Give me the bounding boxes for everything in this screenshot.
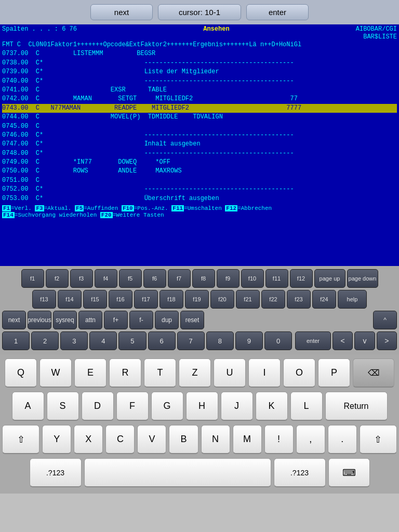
cursor-button[interactable]: cursor: 10-1 xyxy=(158,4,241,20)
qkey-B[interactable]: B xyxy=(169,425,198,454)
terminal-line-0750: 0750.00 C ROWS ANDLE MAXROWS xyxy=(2,167,397,176)
key-reset[interactable]: reset xyxy=(180,311,204,329)
key-f21[interactable]: f21 xyxy=(236,290,260,309)
key-sysreq[interactable]: sysreq xyxy=(53,311,77,329)
key-page-up[interactable]: page up xyxy=(314,269,345,288)
qkey-O[interactable]: O xyxy=(283,358,315,388)
header-right: AIBOBAR/CGI xyxy=(356,25,397,33)
qkey-K[interactable]: K xyxy=(256,392,288,421)
qkey-,[interactable]: , xyxy=(296,425,325,454)
key-f18[interactable]: f18 xyxy=(159,290,183,309)
header-right2: BAR$LISTE xyxy=(2,33,397,41)
qkey-A[interactable]: A xyxy=(12,392,44,421)
qkey-Z[interactable]: Z xyxy=(179,358,211,388)
key-f2[interactable]: f2 xyxy=(46,269,69,288)
numkey-1[interactable]: 1 xyxy=(2,331,30,350)
key-^[interactable]: ^ xyxy=(373,311,397,329)
qkey-L[interactable]: L xyxy=(290,392,323,421)
numkey-7[interactable]: 7 xyxy=(177,331,205,350)
qkey-G[interactable]: G xyxy=(151,392,183,421)
qkey-X[interactable]: X xyxy=(74,425,103,454)
numkey-enter[interactable]: enter xyxy=(295,331,331,350)
numkey->[interactable]: > xyxy=(377,331,397,350)
key-fplus[interactable]: f+ xyxy=(104,311,128,329)
key-f8[interactable]: f8 xyxy=(192,269,215,288)
key-f16[interactable]: f16 xyxy=(109,290,132,309)
numkey-8[interactable]: 8 xyxy=(206,331,234,350)
backspace-key[interactable]: ⌫ xyxy=(353,358,394,388)
qkey-I[interactable]: I xyxy=(248,358,281,388)
terminal-line-0737: 0737.00 C LISTEMMM BEGSR xyxy=(2,49,397,58)
next-button[interactable]: next xyxy=(90,4,153,20)
qkey-V[interactable]: V xyxy=(137,425,166,454)
qkey-![interactable]: ! xyxy=(264,425,294,454)
key-help[interactable]: help xyxy=(338,290,367,309)
qkey-C[interactable]: C xyxy=(105,425,135,454)
numkey-<[interactable]: < xyxy=(332,331,353,350)
qkey-F[interactable]: F xyxy=(116,392,149,421)
key-f12[interactable]: f12 xyxy=(290,269,313,288)
qwerty-row2: ASDFGHJKLReturn xyxy=(2,392,397,421)
key-f10[interactable]: f10 xyxy=(241,269,264,288)
qkey-Y[interactable]: Y xyxy=(42,425,71,454)
key-f4[interactable]: f4 xyxy=(95,269,117,288)
numkey-3[interactable]: 3 xyxy=(60,331,88,350)
numkey-9[interactable]: 9 xyxy=(235,331,263,350)
qkey-D[interactable]: D xyxy=(82,392,114,421)
key-dup[interactable]: dup xyxy=(155,311,179,329)
qkey-N[interactable]: N xyxy=(201,425,230,454)
qkey-J[interactable]: J xyxy=(221,392,253,421)
key-f6[interactable]: f6 xyxy=(143,269,166,288)
fn-row1: f1f2f3f4f5f6f7f8f9f10f11f12page uppage d… xyxy=(2,269,397,288)
space-key[interactable] xyxy=(84,458,271,487)
key-next[interactable]: next xyxy=(2,311,26,329)
numkey-0[interactable]: 0 xyxy=(264,331,292,350)
numkey-6[interactable]: 6 xyxy=(148,331,176,350)
key-f24[interactable]: f24 xyxy=(312,290,336,309)
qkey-U[interactable]: U xyxy=(214,358,246,388)
qkey-R[interactable]: R xyxy=(109,358,141,388)
qkey-Q[interactable]: Q xyxy=(5,358,37,388)
key-f11[interactable]: f11 xyxy=(265,269,288,288)
key-f1[interactable]: f1 xyxy=(21,269,44,288)
terminal-header: Spalten . . . : 6 76 Ansehen AIBOBAR/CGI xyxy=(2,25,397,33)
key-f19[interactable]: f19 xyxy=(185,290,209,309)
shift-left-key[interactable]: ⇧ xyxy=(2,425,39,454)
shift-right-key[interactable]: ⇧ xyxy=(360,425,397,454)
qkey-W[interactable]: W xyxy=(39,358,72,388)
key-f14[interactable]: f14 xyxy=(58,290,82,309)
key-f23[interactable]: f23 xyxy=(287,290,311,309)
terminal-line-0747: 0747.00 C* Inhalt ausgeben xyxy=(2,140,397,149)
key-f3[interactable]: f3 xyxy=(70,269,93,288)
numkey-4[interactable]: 4 xyxy=(89,331,117,350)
return-key[interactable]: Return xyxy=(325,392,388,421)
key-fminus[interactable]: f- xyxy=(129,311,153,329)
key-f9[interactable]: f9 xyxy=(217,269,240,288)
key-f7[interactable]: f7 xyxy=(168,269,191,288)
dot123-left-key[interactable]: .?123 xyxy=(30,458,82,487)
qkey-H[interactable]: H xyxy=(186,392,218,421)
keyboard-icon-key[interactable]: ⌨ xyxy=(328,458,370,487)
key-f13[interactable]: f13 xyxy=(32,290,56,309)
qkey-S[interactable]: S xyxy=(47,392,79,421)
qkey-T[interactable]: T xyxy=(144,358,176,388)
key-f15[interactable]: f15 xyxy=(83,290,107,309)
qkey-M[interactable]: M xyxy=(233,425,262,454)
qkey-P[interactable]: P xyxy=(318,358,350,388)
fkey-row1: F1=Verl. F3=Aktual. F5=Auffinden F10=Pos… xyxy=(2,205,397,211)
key-f22[interactable]: f22 xyxy=(261,290,285,309)
key-f17[interactable]: f17 xyxy=(134,290,158,309)
key-page-down[interactable]: page down xyxy=(347,269,378,288)
fn-row2: f13f14f15f16f17f18f19f20f21f22f23f24help xyxy=(2,290,397,309)
key-previous[interactable]: previous xyxy=(28,311,51,329)
dot123-right-key[interactable]: .?123 xyxy=(274,458,326,487)
qkey-.[interactable]: . xyxy=(328,425,357,454)
key-attn[interactable]: attn xyxy=(78,311,102,329)
numkey-2[interactable]: 2 xyxy=(31,331,59,350)
enter-button[interactable]: enter xyxy=(246,4,309,20)
numkey-v[interactable]: v xyxy=(354,331,375,350)
key-f5[interactable]: f5 xyxy=(119,269,142,288)
key-f20[interactable]: f20 xyxy=(210,290,234,309)
qkey-E[interactable]: E xyxy=(74,358,107,388)
numkey-5[interactable]: 5 xyxy=(118,331,146,350)
